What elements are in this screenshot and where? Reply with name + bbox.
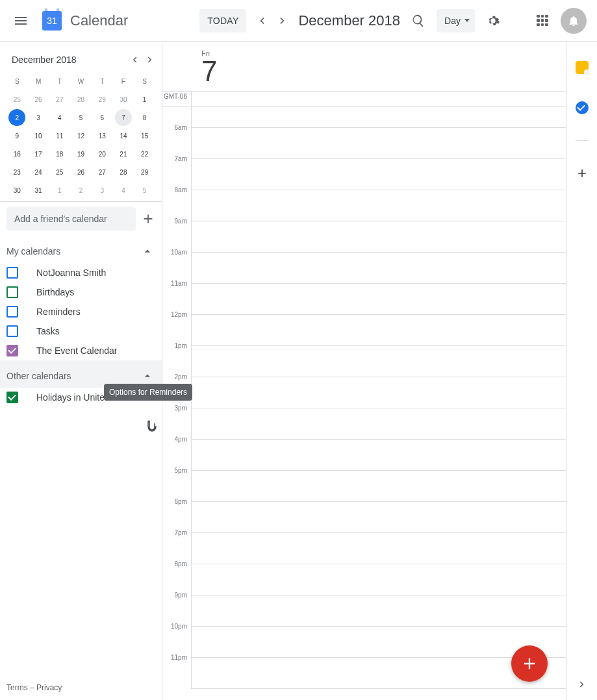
calendar-list-item[interactable]: Tasks xyxy=(0,321,162,341)
mini-next-month[interactable] xyxy=(142,52,158,68)
terms-link[interactable]: Terms xyxy=(6,683,28,692)
calendar-list-item[interactable]: Birthdays xyxy=(0,282,162,302)
hour-cell[interactable] xyxy=(191,253,566,284)
my-calendars-header[interactable]: My calendars xyxy=(0,236,162,263)
mini-day[interactable]: 25 xyxy=(51,164,68,181)
mini-day[interactable]: 3 xyxy=(94,182,110,199)
hour-cell[interactable] xyxy=(191,128,566,159)
mini-prev-month[interactable] xyxy=(127,52,142,68)
mini-day[interactable]: 26 xyxy=(30,91,47,108)
calendar-checkbox[interactable] xyxy=(6,392,18,403)
privacy-link[interactable]: Privacy xyxy=(36,683,62,692)
mini-day[interactable]: 15 xyxy=(136,127,153,144)
calendar-checkbox[interactable] xyxy=(6,286,18,298)
calendar-list-item[interactable]: The Event Calendar xyxy=(0,341,162,360)
calendar-checkbox[interactable] xyxy=(6,345,18,356)
mini-day[interactable]: 28 xyxy=(115,164,132,181)
calendar-checkbox[interactable] xyxy=(6,325,18,337)
calendar-list-item[interactable]: Reminders xyxy=(0,302,162,321)
mini-day[interactable]: 30 xyxy=(115,91,132,108)
calendar-list-item[interactable]: NotJoanna Smith xyxy=(0,263,162,282)
mini-day[interactable]: 25 xyxy=(8,91,25,108)
notifications-button[interactable] xyxy=(561,8,587,34)
mini-day[interactable]: 11 xyxy=(51,127,68,144)
mini-day[interactable]: 12 xyxy=(72,127,89,144)
hour-cell[interactable] xyxy=(191,315,566,346)
next-period-button[interactable] xyxy=(272,10,293,31)
add-calendar-button[interactable] xyxy=(141,207,155,231)
mini-day[interactable]: 31 xyxy=(30,182,47,199)
mini-day[interactable]: 24 xyxy=(30,164,47,181)
mini-day[interactable]: 18 xyxy=(51,145,68,162)
calendar-checkbox[interactable] xyxy=(6,306,18,318)
hour-cell[interactable] xyxy=(191,159,566,190)
mini-day[interactable]: 27 xyxy=(51,91,68,108)
prev-period-button[interactable] xyxy=(251,10,272,31)
main-menu-button[interactable] xyxy=(5,5,36,36)
mini-day[interactable]: 23 xyxy=(8,164,25,181)
mini-day[interactable]: 22 xyxy=(136,145,153,162)
view-switcher[interactable]: Day xyxy=(437,9,475,32)
mini-day[interactable]: 28 xyxy=(72,91,89,108)
hour-cell[interactable] xyxy=(191,533,566,564)
caret-down-icon xyxy=(464,19,470,22)
hour-cell[interactable] xyxy=(191,221,566,253)
add-friend-calendar-input[interactable] xyxy=(6,207,136,231)
mini-day[interactable]: 6 xyxy=(94,109,110,126)
mini-day[interactable]: 26 xyxy=(72,164,89,181)
mini-day[interactable]: 2 xyxy=(8,109,25,126)
side-panel-collapse[interactable] xyxy=(574,677,590,692)
hour-label: 6am xyxy=(162,124,191,155)
mini-day[interactable]: 16 xyxy=(8,145,25,162)
apps-grid-icon xyxy=(537,15,548,27)
mini-day[interactable]: 29 xyxy=(94,91,110,108)
mini-day[interactable]: 1 xyxy=(136,91,153,108)
create-event-fab[interactable] xyxy=(511,645,548,682)
hour-cell[interactable] xyxy=(191,346,566,377)
mini-day[interactable]: 2 xyxy=(72,182,89,199)
settings-button[interactable] xyxy=(480,8,506,34)
search-button[interactable] xyxy=(405,8,431,34)
hour-cell[interactable] xyxy=(191,284,566,315)
hour-cell[interactable] xyxy=(191,502,566,533)
google-apps-button[interactable] xyxy=(529,8,555,34)
mini-day[interactable]: 19 xyxy=(72,145,89,162)
hour-cell[interactable] xyxy=(191,190,566,221)
hours-grid[interactable]: 6am7am8am9am10am11am12pm1pm2pm3pm4pm5pm6… xyxy=(162,107,566,700)
hour-cell[interactable] xyxy=(191,595,566,627)
day-number[interactable]: 7 xyxy=(201,57,566,86)
calendar-checkbox[interactable] xyxy=(6,267,18,279)
keep-addon[interactable] xyxy=(569,55,595,81)
mini-day[interactable]: 5 xyxy=(72,109,89,126)
hour-cell[interactable] xyxy=(191,440,566,471)
tasks-addon[interactable] xyxy=(569,95,595,121)
hour-cell[interactable] xyxy=(191,471,566,502)
all-day-cell[interactable] xyxy=(191,92,566,106)
mini-day[interactable]: 4 xyxy=(115,182,132,199)
mini-day[interactable]: 17 xyxy=(30,145,47,162)
my-calendars-title: My calendars xyxy=(6,246,60,256)
mini-day[interactable]: 4 xyxy=(51,109,68,126)
mini-day[interactable]: 9 xyxy=(8,127,25,144)
hour-cell[interactable] xyxy=(191,408,566,440)
hour-cell[interactable] xyxy=(191,658,566,689)
get-addons-button[interactable] xyxy=(569,160,595,186)
mini-day[interactable]: 27 xyxy=(94,164,110,181)
mini-day[interactable]: 7 xyxy=(115,109,132,126)
mini-day[interactable]: 1 xyxy=(51,182,68,199)
mini-day[interactable]: 29 xyxy=(136,164,153,181)
hour-cell[interactable] xyxy=(191,627,566,658)
mini-day[interactable]: 8 xyxy=(136,109,153,126)
mini-day[interactable]: 21 xyxy=(115,145,132,162)
hour-cell[interactable] xyxy=(191,377,566,408)
mini-day[interactable]: 5 xyxy=(136,182,153,199)
mini-day[interactable]: 14 xyxy=(115,127,132,144)
mini-day[interactable]: 30 xyxy=(8,182,25,199)
app-title: Calendar xyxy=(70,12,128,29)
hour-cell[interactable] xyxy=(191,564,566,595)
mini-day[interactable]: 13 xyxy=(94,127,110,144)
mini-day[interactable]: 20 xyxy=(94,145,110,162)
today-button[interactable]: TODAY xyxy=(199,9,246,32)
mini-day[interactable]: 10 xyxy=(30,127,47,144)
mini-day[interactable]: 3 xyxy=(30,109,47,126)
